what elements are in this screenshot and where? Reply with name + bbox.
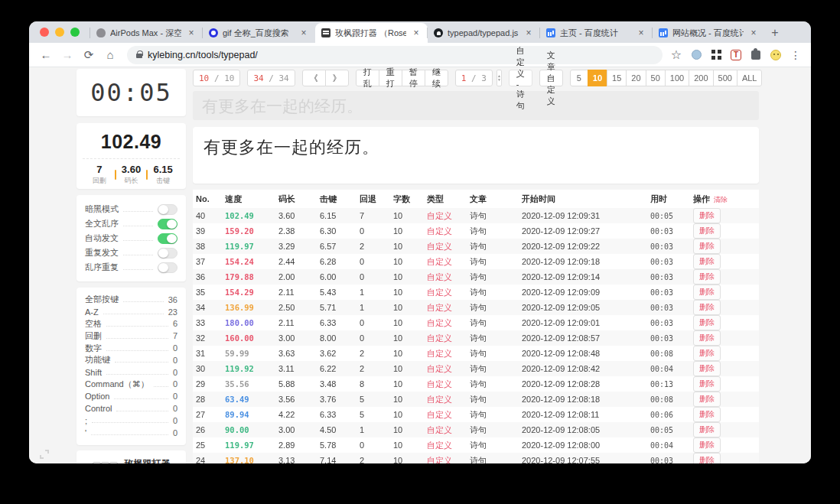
toggle-label: 重复发文: [85, 247, 119, 259]
page-stepper[interactable]: ▲ ▼: [497, 70, 502, 86]
page-size-ALL[interactable]: ALL: [737, 70, 763, 86]
typing-input[interactable]: [193, 91, 759, 120]
delete-button[interactable]: 删除: [693, 300, 721, 315]
reload-icon[interactable]: ⟳: [80, 46, 98, 64]
custom-article-button[interactable]: 文章自定义: [539, 70, 563, 86]
cell-speed: 102.49: [222, 208, 275, 223]
tab-close-icon[interactable]: ×: [186, 28, 197, 38]
tampermonkey-extension-icon[interactable]: T: [731, 50, 741, 60]
cell-start-time: 2020-12-09 12:08:57: [519, 330, 647, 346]
browser-tab[interactable]: 主页 - 百度统计×: [540, 23, 653, 43]
page-size-10[interactable]: 10: [588, 70, 607, 86]
toggle-switch[interactable]: [158, 248, 177, 259]
app-title: 玫枫跟打器: [125, 457, 171, 463]
browser-tab[interactable]: typepad/typepad.js at ma×: [428, 23, 540, 43]
cell-words: 10: [390, 300, 424, 315]
toggle-switch[interactable]: [158, 262, 177, 273]
page-size-20[interactable]: 20: [626, 70, 646, 86]
extension-circle-icon[interactable]: [692, 50, 702, 60]
chick-extension-icon[interactable]: [770, 50, 781, 60]
back-icon[interactable]: ←: [37, 46, 55, 64]
cell-article: 诗句: [467, 223, 519, 239]
delete-button[interactable]: 删除: [693, 361, 721, 376]
page-size-100[interactable]: 100: [665, 70, 689, 86]
tab-close-icon[interactable]: ×: [411, 28, 422, 38]
cell-start-time: 2020-12-09 12:08:18: [519, 392, 647, 407]
action-button-打乱[interactable]: 打乱: [356, 70, 379, 86]
cell-action: 删除: [690, 300, 759, 315]
prev-paragraph-button[interactable]: 《: [302, 70, 326, 86]
home-icon[interactable]: ⌂: [101, 46, 119, 64]
cell-start-time: 2020-12-09 12:09:22: [519, 239, 647, 254]
stepper-down-icon[interactable]: ▼: [497, 78, 501, 82]
minimize-window-button[interactable]: [55, 28, 64, 37]
delete-button[interactable]: 删除: [693, 223, 721, 239]
page-size-5[interactable]: 5: [570, 70, 588, 86]
dotted-leader: [154, 386, 168, 387]
key-counter-row: Shift0: [85, 366, 177, 379]
page-size-500[interactable]: 500: [713, 70, 737, 86]
page-indicator: 1 / 3: [455, 70, 493, 86]
dotted-leader: [123, 269, 153, 270]
delete-button[interactable]: 删除: [693, 330, 721, 346]
qr-code-extension-icon[interactable]: [711, 50, 721, 60]
table-row: 38119.973.296.57210自定义诗句2020-12-09 12:09…: [193, 239, 759, 254]
page-size-15[interactable]: 15: [607, 70, 627, 86]
delete-button[interactable]: 删除: [693, 269, 721, 285]
new-tab-button[interactable]: +: [765, 23, 785, 43]
bookmark-star-icon[interactable]: ☆: [670, 49, 682, 61]
browser-tab[interactable]: 玫枫跟打器 （Roseo Mapl×: [315, 23, 428, 43]
cell-codelen: 2.89: [275, 437, 317, 453]
delete-button[interactable]: 删除: [693, 208, 721, 223]
cell-duration: 00:05: [647, 208, 690, 223]
delete-button[interactable]: 删除: [693, 392, 721, 407]
tab-close-icon[interactable]: ×: [748, 28, 759, 38]
clear-all-link[interactable]: 清除: [714, 196, 728, 203]
browser-menu-icon[interactable]: ⋮: [790, 49, 802, 61]
expand-corner-icon[interactable]: [40, 450, 49, 459]
forward-icon[interactable]: →: [58, 46, 77, 64]
cell-backspace: 1: [357, 422, 390, 437]
page-size-200[interactable]: 200: [689, 70, 713, 86]
next-paragraph-button[interactable]: 》: [325, 70, 349, 86]
delete-button[interactable]: 删除: [693, 315, 721, 330]
browser-tab[interactable]: AirPods Max - 深空灰色 -×: [90, 23, 203, 43]
delete-button[interactable]: 删除: [693, 254, 721, 269]
delete-button[interactable]: 删除: [693, 453, 721, 463]
substat-label: 码长: [116, 176, 147, 186]
cell-article: 诗句: [467, 361, 519, 376]
browser-tab[interactable]: 网站概况 - 百度统计×: [653, 23, 765, 43]
article-select[interactable]: 自定义 - 诗句: [509, 70, 532, 86]
delete-button[interactable]: 删除: [693, 239, 721, 254]
cell-words: 10: [390, 285, 424, 300]
delete-button[interactable]: 删除: [693, 376, 721, 392]
zoom-window-button[interactable]: [70, 28, 80, 37]
toggle-row: 重复发文: [85, 245, 177, 260]
extensions-puzzle-icon[interactable]: [751, 50, 760, 60]
action-button-继续[interactable]: 继续: [425, 70, 448, 86]
delete-button[interactable]: 删除: [693, 285, 721, 300]
browser-tab[interactable]: gif 全称_百度搜索×: [203, 23, 315, 43]
toggle-row: 乱序重复: [85, 260, 177, 275]
page-size-50[interactable]: 50: [646, 70, 666, 86]
cell-duration: 00:06: [647, 407, 690, 422]
toggle-switch[interactable]: [158, 204, 177, 215]
url-field[interactable]: kylebing.cn/tools/typepad/: [127, 46, 663, 64]
toggle-switch[interactable]: [158, 219, 177, 229]
cell-keystroke: 6.33: [317, 407, 357, 422]
tab-close-icon[interactable]: ×: [298, 28, 309, 38]
action-button-暂停[interactable]: 暂停: [402, 70, 425, 86]
delete-button[interactable]: 删除: [693, 407, 721, 422]
delete-button[interactable]: 删除: [693, 422, 721, 437]
tab-close-icon[interactable]: ×: [523, 28, 534, 38]
toggle-switch[interactable]: [158, 233, 177, 244]
tab-close-icon[interactable]: ×: [636, 28, 646, 38]
cell-duration: 00:08: [647, 346, 690, 361]
action-button-重打[interactable]: 重打: [379, 70, 402, 86]
delete-button[interactable]: 删除: [693, 437, 721, 453]
close-window-button[interactable]: [40, 28, 49, 37]
sidebar: 00:05 102.49 7回删3.60码长6.15击键 暗黑模式全文乱序自动发…: [77, 69, 186, 463]
key-counter-row: 全部按键36: [85, 294, 177, 306]
delete-button[interactable]: 删除: [693, 346, 721, 361]
cell-keystroke: 6.57: [317, 239, 357, 254]
